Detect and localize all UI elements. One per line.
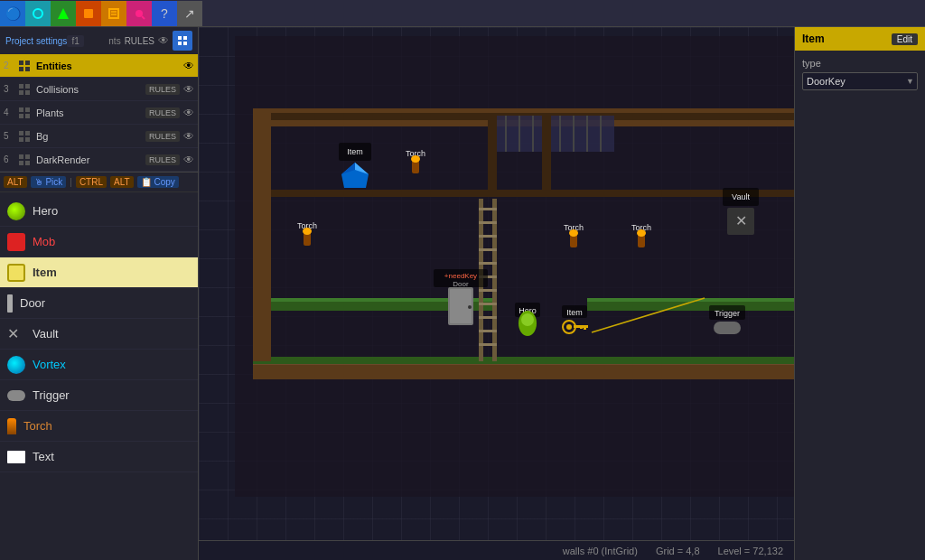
svg-text:Vault: Vault <box>732 192 750 201</box>
entity-label-torch: Torch <box>23 419 52 433</box>
rules-btn-top[interactable]: RULES <box>125 36 154 46</box>
layer-name-collisions: Collisions <box>36 84 145 95</box>
svg-text:Item: Item <box>347 147 363 156</box>
project-settings-bar: Project settings f1 nts RULES 👁 <box>0 27 198 54</box>
vault-dot: ✕ <box>7 325 25 343</box>
svg-rect-56 <box>479 221 497 224</box>
svg-rect-101 <box>584 325 586 330</box>
left-panel: Project settings f1 nts RULES 👁 2 Entiti… <box>0 27 199 560</box>
layer-row-collisions[interactable]: 3 Collisions RULES 👁 <box>0 78 198 101</box>
svg-text:+needKey: +needKey <box>444 272 477 280</box>
entity-item-door[interactable]: Door <box>0 288 198 319</box>
svg-text:Door: Door <box>453 280 469 288</box>
vortex-dot <box>7 356 25 374</box>
rules-btn-bg[interactable]: RULES <box>145 131 180 142</box>
toolbar-btn-7[interactable]: ? <box>152 1 177 26</box>
entity-item-vault[interactable]: ✕ Vault <box>0 319 198 350</box>
svg-rect-62 <box>479 303 497 305</box>
entity-item-mob[interactable]: Mob <box>0 227 198 257</box>
layer-list: 2 Entities 👁 3 Collisions RULES 👁 4 <box>0 54 198 173</box>
entity-item-vortex[interactable]: Vortex <box>0 350 198 380</box>
canvas-area[interactable]: Item Torch Torch Torch Torch +needKey <box>199 27 794 560</box>
toolbar-btn-3[interactable] <box>51 1 76 26</box>
svg-rect-27 <box>19 154 23 159</box>
eye-icon-bg[interactable]: 👁 <box>183 130 194 143</box>
svg-rect-14 <box>25 67 30 71</box>
entity-item-hero[interactable]: Hero <box>0 196 198 227</box>
project-settings-label[interactable]: Project settings <box>5 36 67 46</box>
entity-item-text[interactable]: Text <box>0 442 198 472</box>
rules-btn-darkrender[interactable]: RULES <box>145 154 180 165</box>
svg-rect-68 <box>488 116 497 190</box>
svg-rect-30 <box>25 161 30 165</box>
toolbar-btn-4[interactable] <box>76 1 101 26</box>
toolbar-btn-1[interactable]: 🔵 <box>0 1 25 26</box>
rules-btn-collisions[interactable]: RULES <box>145 84 180 95</box>
svg-rect-21 <box>19 114 23 118</box>
mob-dot <box>7 233 25 251</box>
svg-text:✕: ✕ <box>735 213 747 229</box>
layer-row-darkrender[interactable]: 6 DarkRender RULES 👁 <box>0 148 198 172</box>
svg-point-0 <box>33 9 42 18</box>
item-editor-body: type DoorKey GoldKey Gem Sword Shield <box>795 51 925 98</box>
toolbar-btn-5[interactable] <box>101 1 126 26</box>
eye-icon-top[interactable]: 👁 <box>158 34 169 47</box>
entity-item-item[interactable]: Item <box>0 257 198 288</box>
status-bar: walls #0 (IntGrid) Grid = 4,8 Level = 72… <box>199 540 794 560</box>
layer-icon-entities <box>16 58 33 74</box>
svg-point-5 <box>135 10 143 17</box>
svg-rect-35 <box>253 108 271 361</box>
toolbar-btn-6[interactable] <box>126 1 152 26</box>
top-toolbar: 🔵 ? ↗ <box>0 0 925 27</box>
svg-rect-57 <box>479 235 497 238</box>
layer-icon-darkrender <box>16 152 33 168</box>
svg-rect-9 <box>178 42 182 45</box>
edit-button[interactable]: Edit <box>892 33 918 45</box>
ctrl-badge: CTRL <box>76 176 107 188</box>
svg-rect-67 <box>542 116 551 190</box>
entity-label-hero: Hero <box>33 204 58 218</box>
svg-rect-29 <box>19 161 23 165</box>
eye-icon-plants[interactable]: 👁 <box>183 107 194 119</box>
svg-rect-19 <box>19 107 23 112</box>
rules-btn-plants[interactable]: RULES <box>145 107 180 118</box>
svg-marker-1 <box>58 8 69 19</box>
eye-icon-collisions[interactable]: 👁 <box>183 83 194 96</box>
layer-row-plants[interactable]: 4 Plants RULES 👁 <box>0 101 198 125</box>
layer-name-entities: Entities <box>36 61 183 71</box>
svg-point-95 <box>521 313 534 326</box>
entity-label-mob: Mob <box>33 235 55 248</box>
layer-row-entities[interactable]: 2 Entities 👁 <box>0 54 198 78</box>
layer-icon-plants <box>16 105 33 121</box>
game-scene: Item Torch Torch Torch Torch +needKey <box>235 36 794 497</box>
toolbar-btn-2[interactable] <box>25 1 51 26</box>
svg-rect-61 <box>479 289 497 292</box>
toolbar-btn-8[interactable]: ↗ <box>177 1 202 26</box>
eye-icon-entities[interactable]: 👁 <box>183 60 194 72</box>
layer-num-3: 3 <box>4 84 16 94</box>
svg-rect-63 <box>479 316 497 319</box>
svg-rect-91 <box>468 305 472 309</box>
layer-num-2: 2 <box>4 61 16 70</box>
copy-badge[interactable]: 📋 Copy <box>137 176 179 188</box>
grid-info: Grid = 4,8 <box>656 546 700 556</box>
eye-icon-darkrender[interactable]: 👁 <box>183 154 194 166</box>
svg-rect-10 <box>183 42 187 45</box>
entity-item-torch[interactable]: Torch <box>0 411 198 442</box>
svg-rect-64 <box>479 330 497 332</box>
entity-label-vortex: Vortex <box>33 358 66 371</box>
svg-rect-52 <box>587 298 794 302</box>
type-select[interactable]: DoorKey GoldKey Gem Sword Shield <box>802 72 918 90</box>
tool-separator-1: | <box>70 177 72 187</box>
entity-item-trigger[interactable]: Trigger <box>0 380 198 411</box>
layer-row-bg[interactable]: 5 Bg RULES 👁 <box>0 125 198 148</box>
svg-text:Trigger: Trigger <box>715 309 740 318</box>
item-dot <box>7 264 25 282</box>
pick-badge[interactable]: 🖱 Pick <box>31 176 67 188</box>
entity-label-vault: Vault <box>33 327 59 341</box>
svg-point-99 <box>566 324 572 330</box>
svg-point-76 <box>411 155 420 163</box>
svg-rect-15 <box>19 84 23 89</box>
type-field-label: type <box>802 58 918 69</box>
grid-icon-btn[interactable] <box>173 31 192 51</box>
